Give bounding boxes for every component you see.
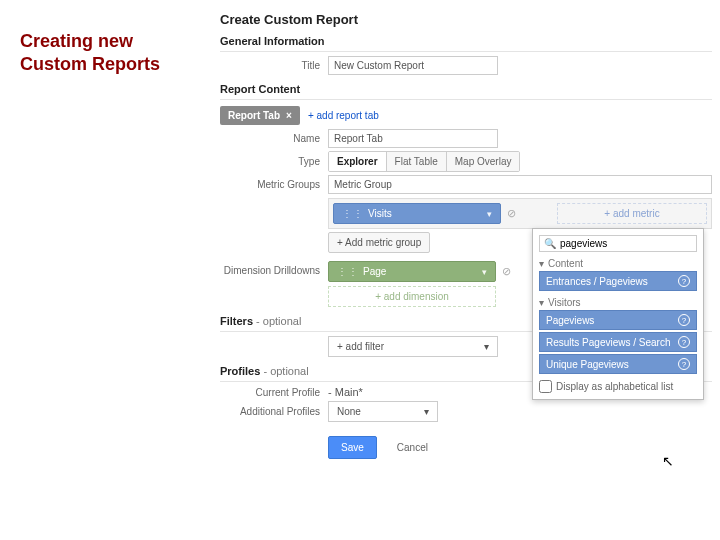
picker-item-pageviews[interactable]: Pageviews ? ↖ [539, 310, 697, 330]
add-report-tab-link[interactable]: + add report tab [308, 110, 379, 121]
save-button[interactable]: Save [328, 436, 377, 459]
dimension-label: Dimension Drilldowns [220, 261, 328, 276]
picker-item-unique-pageviews[interactable]: Unique Pageviews ? [539, 354, 697, 374]
add-metric-button[interactable]: + add metric [557, 203, 707, 224]
tab-name-input[interactable] [328, 129, 498, 148]
section-report-content: Report Content [220, 83, 712, 100]
picker-item-label: Unique Pageviews [546, 359, 629, 370]
profiles-optional-text: - optional [260, 365, 308, 377]
additional-profiles-dropdown[interactable]: None ▾ [328, 401, 438, 422]
metric-search-field[interactable]: 🔍 [539, 235, 697, 252]
grip-icon: ⋮⋮ [337, 266, 359, 277]
filters-optional-text: - optional [253, 315, 301, 327]
picker-group-label: Content [548, 258, 583, 269]
add-filter-dropdown[interactable]: + add filter ▾ [328, 336, 498, 357]
name-label: Name [220, 133, 328, 144]
add-dimension-button[interactable]: + add dimension [328, 286, 496, 307]
search-icon: 🔍 [544, 238, 556, 249]
help-icon[interactable]: ? [678, 336, 690, 348]
type-option-flat-table[interactable]: Flat Table [387, 152, 447, 171]
profiles-heading-text: Profiles [220, 365, 260, 377]
section-general: General Information [220, 35, 712, 52]
current-profile-value: - Main* [328, 386, 363, 398]
type-option-explorer[interactable]: Explorer [329, 152, 387, 171]
title-input[interactable] [328, 56, 498, 75]
dimension-pill-label: Page [363, 266, 386, 277]
grip-icon: ⋮⋮ [342, 208, 364, 219]
help-icon[interactable]: ? [678, 358, 690, 370]
alpha-list-toggle[interactable]: Display as alphabetical list [539, 380, 697, 393]
help-icon[interactable]: ? [678, 275, 690, 287]
slide-title: Creating new Custom Reports [20, 30, 190, 75]
title-label: Title [220, 60, 328, 71]
add-metric-group-button[interactable]: + Add metric group [328, 232, 430, 253]
type-label: Type [220, 156, 328, 167]
caret-down-icon: ▾ [487, 209, 492, 219]
remove-dimension-icon[interactable]: ⊘ [502, 265, 511, 278]
additional-profiles-label: Additional Profiles [220, 406, 328, 417]
picker-group-label: Visitors [548, 297, 581, 308]
page-title: Create Custom Report [220, 12, 712, 27]
cancel-button[interactable]: Cancel [385, 437, 440, 458]
form-panel: Create Custom Report General Information… [220, 6, 712, 532]
additional-profiles-value: None [337, 406, 361, 417]
filters-heading-text: Filters [220, 315, 253, 327]
picker-item-entrances-pageviews[interactable]: Entrances / Pageviews ? [539, 271, 697, 291]
dimension-pill-page[interactable]: ⋮⋮Page ▾ [328, 261, 496, 282]
help-icon[interactable]: ? [678, 314, 690, 326]
caret-down-icon: ▾ [482, 267, 487, 277]
caret-down-icon: ▾ [539, 297, 544, 308]
caret-down-icon: ▾ [539, 258, 544, 269]
alpha-list-label: Display as alphabetical list [556, 381, 673, 392]
metric-groups-label: Metric Groups [220, 175, 328, 190]
picker-item-label: Pageviews [546, 315, 594, 326]
type-segmented: Explorer Flat Table Map Overlay [328, 151, 520, 172]
metric-group-name-input[interactable] [328, 175, 712, 194]
picker-group-visitors[interactable]: ▾ Visitors [539, 297, 697, 308]
picker-item-results-pageviews-search[interactable]: Results Pageviews / Search ? [539, 332, 697, 352]
caret-down-icon: ▾ [424, 406, 429, 417]
report-tab-label: Report Tab [228, 110, 280, 121]
add-filter-label: + add filter [337, 341, 384, 352]
metric-pill-visits[interactable]: ⋮⋮Visits ▾ [333, 203, 501, 224]
metric-search-input[interactable] [560, 238, 692, 249]
metric-picker-popover: 🔍 ▾ Content Entrances / Pageviews ? ▾ Vi… [532, 228, 704, 400]
picker-item-label: Results Pageviews / Search [546, 337, 671, 348]
type-option-map-overlay[interactable]: Map Overlay [447, 152, 520, 171]
close-tab-icon[interactable]: × [286, 110, 292, 121]
picker-item-label: Entrances / Pageviews [546, 276, 648, 287]
current-profile-label: Current Profile [220, 387, 328, 398]
caret-down-icon: ▾ [484, 341, 489, 352]
report-tab-active[interactable]: Report Tab × [220, 106, 300, 125]
remove-metric-icon[interactable]: ⊘ [507, 207, 516, 220]
picker-group-content[interactable]: ▾ Content [539, 258, 697, 269]
metric-pill-label: Visits [368, 208, 392, 219]
alpha-list-checkbox[interactable] [539, 380, 552, 393]
